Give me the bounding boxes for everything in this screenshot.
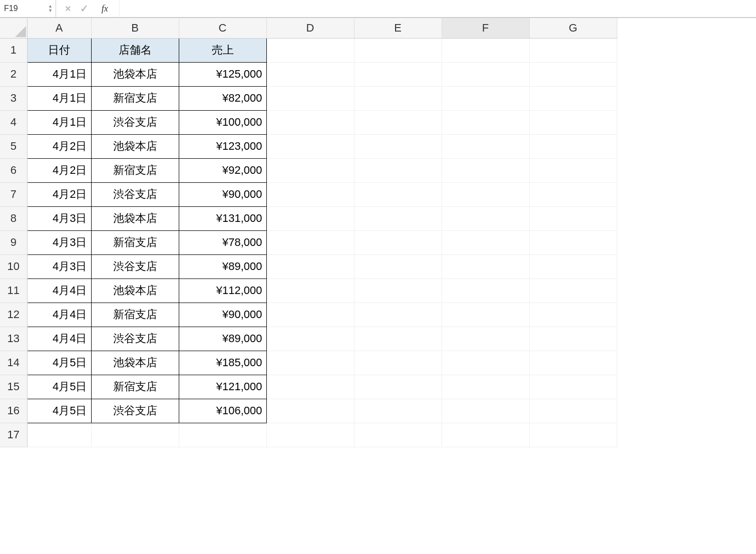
- cell-G5[interactable]: [529, 134, 617, 158]
- cell-E11[interactable]: [354, 279, 442, 303]
- cell-F10[interactable]: [442, 254, 529, 279]
- cell-E17[interactable]: [354, 423, 442, 447]
- cell-B4[interactable]: 渋谷支店: [91, 110, 179, 134]
- cell-E13[interactable]: [354, 327, 442, 351]
- cell-F15[interactable]: [442, 375, 529, 399]
- cell-C15[interactable]: ¥121,000: [179, 375, 266, 399]
- cell-A15[interactable]: 4月5日: [27, 375, 91, 399]
- cell-A11[interactable]: 4月4日: [27, 279, 91, 303]
- name-box[interactable]: F19 ▲ ▼: [0, 0, 56, 17]
- cell-E3[interactable]: [354, 86, 442, 110]
- cell-A1[interactable]: 日付: [27, 38, 91, 62]
- cell-A7[interactable]: 4月2日: [27, 182, 91, 206]
- cell-C5[interactable]: ¥123,000: [179, 134, 266, 158]
- row-header-4[interactable]: 4: [0, 110, 27, 134]
- cell-E10[interactable]: [354, 254, 442, 279]
- row-header-1[interactable]: 1: [0, 38, 27, 62]
- cell-D12[interactable]: [266, 303, 354, 327]
- row-header-17[interactable]: 17: [0, 423, 27, 447]
- row-header-11[interactable]: 11: [0, 279, 27, 303]
- cell-D1[interactable]: [266, 38, 354, 62]
- cell-D14[interactable]: [266, 351, 354, 375]
- cell-A9[interactable]: 4月3日: [27, 230, 91, 254]
- cell-D17[interactable]: [266, 423, 354, 447]
- cell-F4[interactable]: [442, 110, 529, 134]
- cell-D8[interactable]: [266, 206, 354, 230]
- cell-E6[interactable]: [354, 158, 442, 182]
- col-header-C[interactable]: C: [179, 18, 266, 38]
- cell-G16[interactable]: [529, 399, 617, 423]
- cell-F6[interactable]: [442, 158, 529, 182]
- cell-G14[interactable]: [529, 351, 617, 375]
- cell-F17[interactable]: [442, 423, 529, 447]
- cell-G4[interactable]: [529, 110, 617, 134]
- cell-A2[interactable]: 4月1日: [27, 62, 91, 86]
- cell-G6[interactable]: [529, 158, 617, 182]
- cell-B3[interactable]: 新宿支店: [91, 86, 179, 110]
- cell-E7[interactable]: [354, 182, 442, 206]
- cell-A10[interactable]: 4月3日: [27, 254, 91, 279]
- cell-E16[interactable]: [354, 399, 442, 423]
- cell-G7[interactable]: [529, 182, 617, 206]
- cell-C4[interactable]: ¥100,000: [179, 110, 266, 134]
- cell-B7[interactable]: 渋谷支店: [91, 182, 179, 206]
- arrow-down-icon[interactable]: ▼: [48, 9, 53, 13]
- cell-G15[interactable]: [529, 375, 617, 399]
- cell-C14[interactable]: ¥185,000: [179, 351, 266, 375]
- cell-E15[interactable]: [354, 375, 442, 399]
- cell-G11[interactable]: [529, 279, 617, 303]
- row-header-14[interactable]: 14: [0, 351, 27, 375]
- cell-A3[interactable]: 4月1日: [27, 86, 91, 110]
- cell-F14[interactable]: [442, 351, 529, 375]
- cell-A5[interactable]: 4月2日: [27, 134, 91, 158]
- cell-D4[interactable]: [266, 110, 354, 134]
- cell-B5[interactable]: 池袋本店: [91, 134, 179, 158]
- cell-G8[interactable]: [529, 206, 617, 230]
- col-header-D[interactable]: D: [266, 18, 354, 38]
- cell-G10[interactable]: [529, 254, 617, 279]
- cell-D15[interactable]: [266, 375, 354, 399]
- cell-A6[interactable]: 4月2日: [27, 158, 91, 182]
- cell-C11[interactable]: ¥112,000: [179, 279, 266, 303]
- cell-D6[interactable]: [266, 158, 354, 182]
- cell-A13[interactable]: 4月4日: [27, 327, 91, 351]
- col-header-A[interactable]: A: [27, 18, 91, 38]
- cell-D9[interactable]: [266, 230, 354, 254]
- cell-B9[interactable]: 新宿支店: [91, 230, 179, 254]
- cell-E14[interactable]: [354, 351, 442, 375]
- cell-A8[interactable]: 4月3日: [27, 206, 91, 230]
- row-header-15[interactable]: 15: [0, 375, 27, 399]
- col-header-G[interactable]: G: [529, 18, 617, 38]
- row-header-10[interactable]: 10: [0, 254, 27, 279]
- cell-C16[interactable]: ¥106,000: [179, 399, 266, 423]
- cell-F5[interactable]: [442, 134, 529, 158]
- cell-E2[interactable]: [354, 62, 442, 86]
- row-header-12[interactable]: 12: [0, 303, 27, 327]
- row-header-13[interactable]: 13: [0, 327, 27, 351]
- cell-A16[interactable]: 4月5日: [27, 399, 91, 423]
- cell-E5[interactable]: [354, 134, 442, 158]
- cell-G1[interactable]: [529, 38, 617, 62]
- cell-B14[interactable]: 池袋本店: [91, 351, 179, 375]
- cell-B2[interactable]: 池袋本店: [91, 62, 179, 86]
- col-header-B[interactable]: B: [91, 18, 179, 38]
- cell-E1[interactable]: [354, 38, 442, 62]
- cell-A12[interactable]: 4月4日: [27, 303, 91, 327]
- cell-C8[interactable]: ¥131,000: [179, 206, 266, 230]
- formula-input[interactable]: [119, 0, 756, 17]
- accept-button[interactable]: ✓: [80, 3, 89, 15]
- col-header-E[interactable]: E: [354, 18, 442, 38]
- cell-C17[interactable]: [179, 423, 266, 447]
- row-header-9[interactable]: 9: [0, 230, 27, 254]
- cell-F3[interactable]: [442, 86, 529, 110]
- cell-B8[interactable]: 池袋本店: [91, 206, 179, 230]
- cell-C1[interactable]: 売上: [179, 38, 266, 62]
- cell-B11[interactable]: 池袋本店: [91, 279, 179, 303]
- cell-E4[interactable]: [354, 110, 442, 134]
- cell-G12[interactable]: [529, 303, 617, 327]
- cell-E9[interactable]: [354, 230, 442, 254]
- cell-G3[interactable]: [529, 86, 617, 110]
- cell-E12[interactable]: [354, 303, 442, 327]
- cell-D3[interactable]: [266, 86, 354, 110]
- cell-F13[interactable]: [442, 327, 529, 351]
